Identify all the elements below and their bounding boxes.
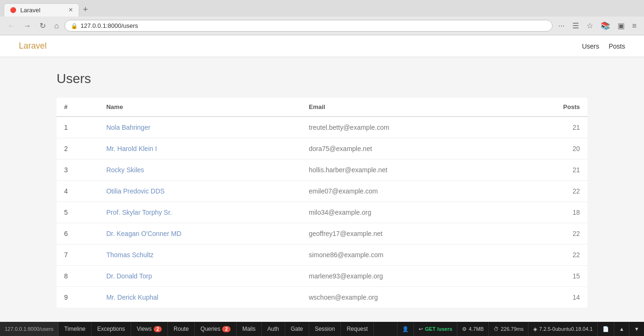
cell-email: wschoen@example.org [301,287,516,308]
col-header-id: # [57,98,99,117]
cell-id: 9 [57,287,99,308]
cell-id: 5 [57,202,99,223]
table-row: 6 Dr. Keagan O'Conner MD geoffrey17@exam… [57,223,587,244]
page-main: Users # Name Email Posts 1 Nola Bahringe… [0,57,644,322]
user-link[interactable]: Mr. Derick Kuphal [106,294,158,301]
table-row: 9 Mr. Derick Kuphal wschoen@example.org … [57,287,587,308]
table-header: # Name Email Posts [57,98,587,117]
user-link[interactable]: Otilia Predovic DDS [106,187,165,195]
cell-posts: 14 [516,287,587,308]
library-button[interactable]: 📚 [598,19,613,32]
cell-id: 3 [57,160,99,181]
back-button[interactable]: ← [5,20,18,32]
cell-email: milo34@example.org [301,202,516,223]
cell-id: 1 [57,117,99,138]
cell-email: hollis.harber@example.net [301,160,516,181]
table-row: 3 Rocky Skiles hollis.harber@example.net… [57,160,587,181]
table-row: 5 Prof. Skylar Torphy Sr. milo34@example… [57,202,587,223]
address-bar[interactable]: 🔒 [65,20,553,32]
browser-toolbar-right: ··· ☰ ☆ 📚 ▣ ≡ [555,19,639,32]
user-link[interactable]: Rocky Skiles [106,166,144,174]
cell-id: 7 [57,244,99,266]
bookmark-button[interactable]: ☆ [584,19,596,32]
browser-tab[interactable]: 🔴 Laravel ✕ [4,3,79,17]
cell-name[interactable]: Thomas Schultz [99,244,301,266]
browser-chrome: 🔴 Laravel ✕ + ← → ↻ ⌂ 🔒 ··· ☰ ☆ 📚 ▣ ≡ [0,0,644,35]
menu-button[interactable]: ≡ [629,20,639,32]
table-row: 8 Dr. Donald Torp marlene93@example.org … [57,266,587,287]
cell-posts: 22 [516,244,587,266]
table-row: 7 Thomas Schultz simone86@example.com 22 [57,244,587,266]
cell-name[interactable]: Nola Bahringer [99,117,301,138]
sidebar-button[interactable]: ▣ [615,19,627,32]
new-tab-button[interactable]: + [79,3,92,17]
cell-name[interactable]: Prof. Skylar Torphy Sr. [99,202,301,223]
users-table: # Name Email Posts 1 Nola Bahringer treu… [57,98,587,308]
cell-posts: 21 [516,117,587,138]
page-title: Users [57,71,587,86]
table-body: 1 Nola Bahringer treutel.betty@example.c… [57,117,587,308]
tab-title: Laravel [20,7,41,14]
pocket-button[interactable]: ☰ [570,19,582,32]
refresh-button[interactable]: ↻ [37,19,49,32]
site-logo[interactable]: Laravel [19,41,47,51]
user-link[interactable]: Dr. Keagan O'Conner MD [106,230,181,237]
cell-email: treutel.betty@example.com [301,117,516,138]
cell-name[interactable]: Dr. Donald Torp [99,266,301,287]
cell-email: simone86@example.com [301,244,516,266]
cell-name[interactable]: Rocky Skiles [99,160,301,181]
cell-name[interactable]: Mr. Derick Kuphal [99,287,301,308]
table-row: 1 Nola Bahringer treutel.betty@example.c… [57,117,587,138]
user-link[interactable]: Nola Bahringer [106,124,150,131]
nav-users[interactable]: Users [582,42,599,50]
nav-posts[interactable]: Posts [609,42,625,50]
user-link[interactable]: Thomas Schultz [106,251,153,259]
tab-close-button[interactable]: ✕ [68,7,73,13]
cell-name[interactable]: Mr. Harold Klein I [99,138,301,160]
cell-posts: 20 [516,138,587,160]
lock-icon: 🔒 [71,23,78,29]
cell-posts: 22 [516,181,587,202]
cell-id: 8 [57,266,99,287]
table-row: 2 Mr. Harold Klein I dora75@example.net … [57,138,587,160]
cell-id: 4 [57,181,99,202]
cell-id: 6 [57,223,99,244]
table-row: 4 Otilia Predovic DDS emile07@example.co… [57,181,587,202]
cell-email: geoffrey17@example.net [301,223,516,244]
col-header-name: Name [99,98,301,117]
cell-posts: 21 [516,160,587,181]
user-link[interactable]: Mr. Harold Klein I [106,145,157,152]
page-header: Laravel Users Posts [0,35,644,57]
user-link[interactable]: Dr. Donald Torp [106,272,152,280]
cell-posts: 22 [516,223,587,244]
cell-id: 2 [57,138,99,160]
cell-name[interactable]: Otilia Predovic DDS [99,181,301,202]
col-header-email: Email [301,98,516,117]
cell-posts: 15 [516,266,587,287]
user-link[interactable]: Prof. Skylar Torphy Sr. [106,209,172,216]
page-nav: Users Posts [582,42,625,50]
cell-name[interactable]: Dr. Keagan O'Conner MD [99,223,301,244]
tab-favicon: 🔴 [10,7,17,13]
forward-button[interactable]: → [21,20,34,32]
cell-email: emile07@example.com [301,181,516,202]
col-header-posts: Posts [516,98,587,117]
address-input[interactable] [81,22,547,29]
browser-toolbar: ← → ↻ ⌂ 🔒 ··· ☰ ☆ 📚 ▣ ≡ [0,17,644,35]
cell-email: marlene93@example.org [301,266,516,287]
more-button[interactable]: ··· [555,20,567,32]
browser-tab-bar: 🔴 Laravel ✕ + [0,0,644,17]
cell-posts: 18 [516,202,587,223]
home-button[interactable]: ⌂ [51,20,62,32]
cell-email: dora75@example.net [301,138,516,160]
